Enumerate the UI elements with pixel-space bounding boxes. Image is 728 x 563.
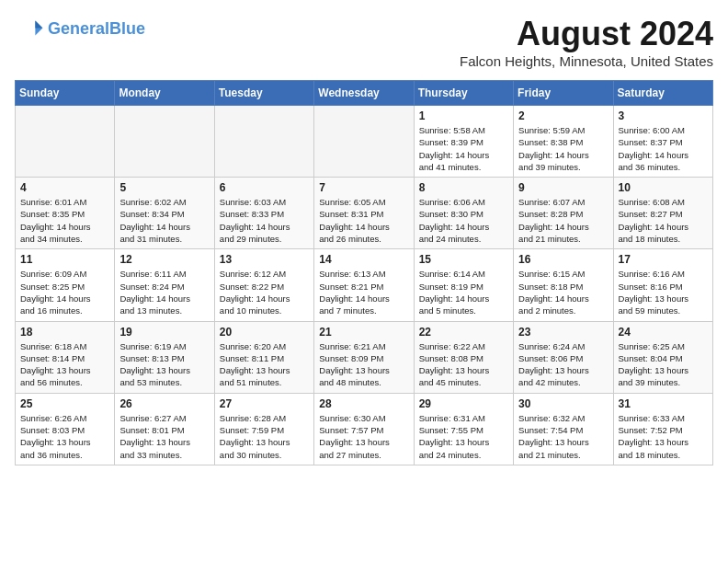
day-number: 7 xyxy=(319,181,408,194)
day-number: 25 xyxy=(20,397,109,410)
day-info: Sunrise: 6:14 AM Sunset: 8:19 PM Dayligh… xyxy=(419,268,508,316)
calendar-cell: 10Sunrise: 6:08 AM Sunset: 8:27 PM Dayli… xyxy=(613,178,712,249)
calendar-cell: 4Sunrise: 6:01 AM Sunset: 8:35 PM Daylig… xyxy=(16,178,115,249)
weekday-header: Friday xyxy=(514,81,613,106)
day-number: 22 xyxy=(419,326,508,339)
location: Falcon Heights, Minnesota, United States xyxy=(460,53,713,69)
calendar-week-row: 4Sunrise: 6:01 AM Sunset: 8:35 PM Daylig… xyxy=(16,178,713,249)
calendar-cell: 8Sunrise: 6:06 AM Sunset: 8:30 PM Daylig… xyxy=(414,178,513,249)
day-info: Sunrise: 6:15 AM Sunset: 8:18 PM Dayligh… xyxy=(518,268,608,316)
day-info: Sunrise: 6:30 AM Sunset: 7:57 PM Dayligh… xyxy=(319,412,408,461)
logo-line1: General xyxy=(48,19,109,38)
calendar-cell: 3Sunrise: 6:00 AM Sunset: 8:37 PM Daylig… xyxy=(613,106,712,178)
day-info: Sunrise: 6:08 AM Sunset: 8:27 PM Dayligh… xyxy=(619,196,708,245)
day-number: 19 xyxy=(119,326,209,339)
day-info: Sunrise: 6:28 AM Sunset: 7:59 PM Dayligh… xyxy=(220,412,309,461)
calendar-cell: 30Sunrise: 6:32 AM Sunset: 7:54 PM Dayli… xyxy=(514,393,613,465)
day-number: 1 xyxy=(419,109,508,122)
calendar-cell: 1Sunrise: 5:58 AM Sunset: 8:39 PM Daylig… xyxy=(414,106,513,178)
day-info: Sunrise: 6:16 AM Sunset: 8:16 PM Dayligh… xyxy=(619,268,708,316)
day-number: 14 xyxy=(319,253,408,266)
day-info: Sunrise: 6:07 AM Sunset: 8:28 PM Dayligh… xyxy=(518,196,608,245)
calendar-cell: 2Sunrise: 5:59 AM Sunset: 8:38 PM Daylig… xyxy=(514,106,613,178)
day-info: Sunrise: 6:26 AM Sunset: 8:03 PM Dayligh… xyxy=(20,412,109,461)
day-info: Sunrise: 6:24 AM Sunset: 8:06 PM Dayligh… xyxy=(518,340,608,389)
day-info: Sunrise: 6:32 AM Sunset: 7:54 PM Dayligh… xyxy=(518,412,608,461)
day-info: Sunrise: 6:21 AM Sunset: 8:09 PM Dayligh… xyxy=(319,340,408,389)
day-number: 3 xyxy=(619,109,708,122)
day-info: Sunrise: 6:13 AM Sunset: 8:21 PM Dayligh… xyxy=(319,268,408,316)
calendar-cell: 24Sunrise: 6:25 AM Sunset: 8:04 PM Dayli… xyxy=(613,321,712,393)
calendar-cell xyxy=(16,106,115,178)
day-number: 21 xyxy=(319,326,408,339)
calendar-cell: 17Sunrise: 6:16 AM Sunset: 8:16 PM Dayli… xyxy=(613,249,712,321)
day-number: 12 xyxy=(119,253,209,266)
page-header: GeneralBlue August 2024 Falcon Heights, … xyxy=(15,15,713,69)
calendar-cell: 25Sunrise: 6:26 AM Sunset: 8:03 PM Dayli… xyxy=(16,393,115,465)
calendar-cell: 19Sunrise: 6:19 AM Sunset: 8:13 PM Dayli… xyxy=(115,321,214,393)
day-number: 11 xyxy=(20,253,109,266)
day-number: 18 xyxy=(20,326,109,339)
day-number: 16 xyxy=(518,253,608,266)
calendar-week-row: 18Sunrise: 6:18 AM Sunset: 8:14 PM Dayli… xyxy=(16,321,713,393)
logo-text: GeneralBlue xyxy=(48,20,145,39)
calendar-cell: 11Sunrise: 6:09 AM Sunset: 8:25 PM Dayli… xyxy=(16,249,115,321)
calendar-week-row: 25Sunrise: 6:26 AM Sunset: 8:03 PM Dayli… xyxy=(16,393,713,465)
calendar-cell xyxy=(214,106,313,178)
day-number: 8 xyxy=(419,181,508,194)
weekday-header: Saturday xyxy=(613,81,712,106)
day-info: Sunrise: 6:05 AM Sunset: 8:31 PM Dayligh… xyxy=(319,196,408,245)
day-number: 30 xyxy=(518,397,608,410)
calendar-cell: 20Sunrise: 6:20 AM Sunset: 8:11 PM Dayli… xyxy=(214,321,313,393)
month-title: August 2024 xyxy=(460,15,713,53)
calendar-cell xyxy=(115,106,214,178)
day-number: 13 xyxy=(220,253,309,266)
calendar-cell: 22Sunrise: 6:22 AM Sunset: 8:08 PM Dayli… xyxy=(414,321,513,393)
calendar-cell xyxy=(314,106,414,178)
day-number: 28 xyxy=(319,397,408,410)
calendar-cell: 21Sunrise: 6:21 AM Sunset: 8:09 PM Dayli… xyxy=(314,321,414,393)
day-info: Sunrise: 6:27 AM Sunset: 8:01 PM Dayligh… xyxy=(119,412,209,461)
day-number: 23 xyxy=(518,326,608,339)
calendar-cell: 23Sunrise: 6:24 AM Sunset: 8:06 PM Dayli… xyxy=(514,321,613,393)
day-number: 9 xyxy=(518,181,608,194)
calendar-cell: 31Sunrise: 6:33 AM Sunset: 7:52 PM Dayli… xyxy=(613,393,712,465)
day-info: Sunrise: 6:31 AM Sunset: 7:55 PM Dayligh… xyxy=(419,412,508,461)
day-info: Sunrise: 6:06 AM Sunset: 8:30 PM Dayligh… xyxy=(419,196,508,245)
calendar-cell: 18Sunrise: 6:18 AM Sunset: 8:14 PM Dayli… xyxy=(16,321,115,393)
day-number: 24 xyxy=(619,326,708,339)
calendar-cell: 16Sunrise: 6:15 AM Sunset: 8:18 PM Dayli… xyxy=(514,249,613,321)
day-number: 5 xyxy=(119,181,209,194)
logo-line2: Blue xyxy=(109,19,145,38)
day-info: Sunrise: 6:09 AM Sunset: 8:25 PM Dayligh… xyxy=(20,268,109,316)
logo-icon xyxy=(15,15,44,44)
day-info: Sunrise: 6:18 AM Sunset: 8:14 PM Dayligh… xyxy=(20,340,109,389)
day-info: Sunrise: 6:01 AM Sunset: 8:35 PM Dayligh… xyxy=(20,196,109,245)
weekday-header: Sunday xyxy=(16,81,115,106)
calendar-cell: 15Sunrise: 6:14 AM Sunset: 8:19 PM Dayli… xyxy=(414,249,513,321)
weekday-header: Wednesday xyxy=(314,81,414,106)
day-number: 17 xyxy=(619,253,708,266)
day-number: 26 xyxy=(119,397,209,410)
calendar-header-row: SundayMondayTuesdayWednesdayThursdayFrid… xyxy=(16,81,713,106)
day-number: 27 xyxy=(220,397,309,410)
day-info: Sunrise: 6:11 AM Sunset: 8:24 PM Dayligh… xyxy=(119,268,209,316)
day-info: Sunrise: 6:00 AM Sunset: 8:37 PM Dayligh… xyxy=(619,124,708,173)
day-info: Sunrise: 6:02 AM Sunset: 8:34 PM Dayligh… xyxy=(119,196,209,245)
calendar-week-row: 11Sunrise: 6:09 AM Sunset: 8:25 PM Dayli… xyxy=(16,249,713,321)
calendar-cell: 12Sunrise: 6:11 AM Sunset: 8:24 PM Dayli… xyxy=(115,249,214,321)
day-info: Sunrise: 6:19 AM Sunset: 8:13 PM Dayligh… xyxy=(119,340,209,389)
logo: GeneralBlue xyxy=(15,15,145,44)
day-number: 2 xyxy=(518,109,608,122)
calendar-cell: 5Sunrise: 6:02 AM Sunset: 8:34 PM Daylig… xyxy=(115,178,214,249)
calendar-cell: 27Sunrise: 6:28 AM Sunset: 7:59 PM Dayli… xyxy=(214,393,313,465)
calendar-cell: 7Sunrise: 6:05 AM Sunset: 8:31 PM Daylig… xyxy=(314,178,414,249)
day-number: 4 xyxy=(20,181,109,194)
weekday-header: Thursday xyxy=(414,81,513,106)
day-info: Sunrise: 5:58 AM Sunset: 8:39 PM Dayligh… xyxy=(419,124,508,173)
calendar-cell: 26Sunrise: 6:27 AM Sunset: 8:01 PM Dayli… xyxy=(115,393,214,465)
weekday-header: Tuesday xyxy=(214,81,313,106)
day-number: 6 xyxy=(220,181,309,194)
weekday-header: Monday xyxy=(115,81,214,106)
day-info: Sunrise: 5:59 AM Sunset: 8:38 PM Dayligh… xyxy=(518,124,608,173)
